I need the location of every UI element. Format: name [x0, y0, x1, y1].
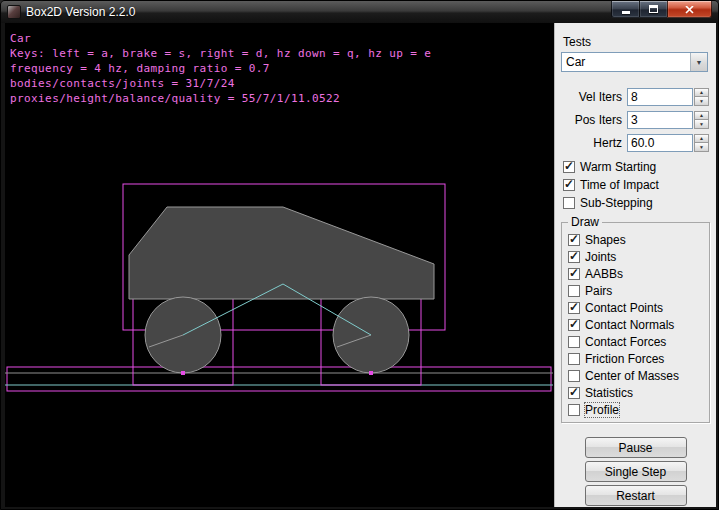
profile-label: Profile: [585, 403, 619, 417]
vel-iters-input[interactable]: [627, 88, 693, 106]
maximize-icon: [649, 5, 658, 13]
shapes-checkbox-icon[interactable]: ✓: [568, 234, 580, 246]
close-button[interactable]: [667, 1, 712, 18]
checkbox-shapes[interactable]: ✓ Shapes: [568, 233, 709, 247]
app-window: Box2D Version 2.2.0: [0, 0, 719, 510]
pos-iters-label: Pos Iters: [575, 113, 622, 127]
contact-forces-label: Contact Forces: [585, 335, 666, 349]
friction-forces-label: Friction Forces: [585, 352, 664, 366]
hertz-input[interactable]: [627, 134, 693, 152]
contact-forces-checkbox-icon[interactable]: ✓: [568, 336, 580, 348]
aabbs-label: AABBs: [585, 267, 623, 281]
checkmark-icon: ✓: [569, 385, 579, 399]
pos-iters-input[interactable]: [627, 111, 693, 129]
checkbox-warm-starting[interactable]: ✓ Warm Starting: [563, 160, 716, 174]
statistics-label: Statistics: [585, 386, 633, 400]
checkbox-statistics[interactable]: ✓ Statistics: [568, 386, 709, 400]
checkbox-aabbs[interactable]: ✓ AABBs: [568, 267, 709, 281]
minimize-button[interactable]: [611, 1, 640, 18]
tests-dropdown-value: Car: [562, 55, 690, 69]
checkmark-icon: ✓: [569, 249, 579, 263]
pos-iters-row: Pos Iters ▲ ▼: [555, 111, 709, 129]
contact-points-label: Contact Points: [585, 301, 663, 315]
restart-button[interactable]: Restart: [585, 485, 687, 506]
pos-iters-up-button[interactable]: ▲: [694, 111, 709, 120]
checkmark-icon: ✓: [564, 177, 574, 191]
titlebar[interactable]: Box2D Version 2.2.0: [1, 1, 718, 23]
hertz-label: Hertz: [593, 136, 622, 150]
window-title: Box2D Version 2.2.0: [26, 5, 135, 19]
left-contact-point: [181, 371, 185, 375]
warm-starting-label: Warm Starting: [580, 160, 656, 174]
sub-stepping-label: Sub-Stepping: [580, 196, 653, 210]
checkmark-icon: ✓: [569, 232, 579, 246]
pos-iters-stepper: ▲ ▼: [694, 111, 709, 129]
checkmark-icon: ✓: [564, 159, 574, 173]
window-controls: [611, 1, 712, 18]
shapes-label: Shapes: [585, 233, 626, 247]
close-icon: [685, 0, 694, 18]
contact-points-checkbox-icon[interactable]: ✓: [568, 302, 580, 314]
proxies-stats-text: proxies/height/balance/quality = 55/7/1/…: [10, 92, 340, 105]
vel-iters-down-button[interactable]: ▼: [694, 97, 709, 106]
vel-iters-up-button[interactable]: ▲: [694, 88, 709, 97]
keys-help-text: Keys: left = a, brake = s, right = d, hz…: [10, 47, 431, 60]
checkmark-icon: ✓: [569, 317, 579, 331]
simulation-canvas[interactable]: Car Keys: left = a, brake = s, right = d…: [5, 23, 554, 507]
checkbox-time-of-impact[interactable]: ✓ Time of Impact: [563, 178, 716, 192]
checkbox-center-of-masses[interactable]: ✓ Center of Masses: [568, 369, 709, 383]
checkbox-contact-points[interactable]: ✓ Contact Points: [568, 301, 709, 315]
checkbox-joints[interactable]: ✓ Joints: [568, 250, 709, 264]
joints-checkbox-icon[interactable]: ✓: [568, 251, 580, 263]
pause-button[interactable]: Pause: [585, 437, 687, 458]
single-step-button[interactable]: Single Step: [585, 461, 687, 482]
checkbox-pairs[interactable]: ✓ Pairs: [568, 284, 709, 298]
test-title-text: Car: [10, 32, 31, 45]
tests-label: Tests: [563, 35, 716, 49]
checkbox-contact-normals[interactable]: ✓ Contact Normals: [568, 318, 709, 332]
draw-group: Draw ✓ Shapes ✓ Joints ✓ AABBs ✓ Pairs: [561, 222, 710, 423]
bodies-stats-text: bodies/contacts/joints = 31/7/24: [10, 77, 235, 90]
profile-checkbox-icon[interactable]: ✓: [568, 404, 580, 416]
checkbox-profile[interactable]: ✓ Profile: [568, 403, 709, 417]
friction-forces-checkbox-icon[interactable]: ✓: [568, 353, 580, 365]
checkmark-icon: ✓: [569, 266, 579, 280]
statistics-checkbox-icon[interactable]: ✓: [568, 387, 580, 399]
hertz-up-button[interactable]: ▲: [694, 134, 709, 143]
ground-aabb: [7, 367, 551, 391]
vel-iters-label: Vel Iters: [579, 90, 622, 104]
tests-dropdown[interactable]: Car ▼: [561, 52, 708, 72]
center-of-masses-checkbox-icon[interactable]: ✓: [568, 370, 580, 382]
minimize-icon: [622, 11, 630, 14]
dropdown-arrow-icon[interactable]: ▼: [690, 53, 707, 71]
pairs-label: Pairs: [585, 284, 612, 298]
maximize-button[interactable]: [640, 1, 667, 18]
checkbox-contact-forces[interactable]: ✓ Contact Forces: [568, 335, 709, 349]
draw-group-legend: Draw: [568, 215, 602, 229]
vel-iters-row: Vel Iters ▲ ▼: [555, 88, 709, 106]
app-icon: [7, 5, 21, 19]
control-panel: Tests Car ▼ Vel Iters ▲ ▼ Pos Iters ▲ ▼: [554, 23, 716, 507]
joints-label: Joints: [585, 250, 616, 264]
sub-stepping-checkbox-icon[interactable]: ✓: [563, 197, 575, 209]
right-contact-point: [369, 371, 373, 375]
checkbox-sub-stepping[interactable]: ✓ Sub-Stepping: [563, 196, 716, 210]
pairs-checkbox-icon[interactable]: ✓: [568, 285, 580, 297]
contact-normals-label: Contact Normals: [585, 318, 674, 332]
hertz-stepper: ▲ ▼: [694, 134, 709, 152]
pos-iters-down-button[interactable]: ▼: [694, 120, 709, 129]
checkmark-icon: ✓: [569, 300, 579, 314]
time-of-impact-label: Time of Impact: [580, 178, 659, 192]
frequency-text: frequency = 4 hz, damping ratio = 0.7: [10, 62, 270, 75]
warm-starting-checkbox-icon[interactable]: ✓: [563, 161, 575, 173]
hertz-down-button[interactable]: ▼: [694, 143, 709, 152]
aabbs-checkbox-icon[interactable]: ✓: [568, 268, 580, 280]
center-of-masses-label: Center of Masses: [585, 369, 679, 383]
hertz-row: Hertz ▲ ▼: [555, 134, 709, 152]
contact-normals-checkbox-icon[interactable]: ✓: [568, 319, 580, 331]
vel-iters-stepper: ▲ ▼: [694, 88, 709, 106]
checkbox-friction-forces[interactable]: ✓ Friction Forces: [568, 352, 709, 366]
time-of-impact-checkbox-icon[interactable]: ✓: [563, 179, 575, 191]
